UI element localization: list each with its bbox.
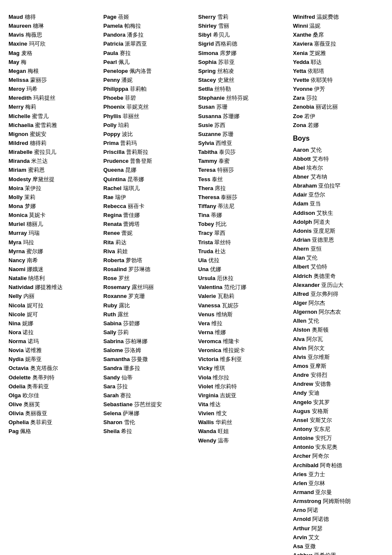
name-chinese: 玛希 <box>26 86 37 92</box>
list-item: Miranda 米兰达 <box>9 157 99 165</box>
list-item: Winni 温妮 <box>293 22 384 30</box>
name-english: Vita <box>198 401 210 408</box>
name-chinese: 穗丽儿 <box>26 221 43 227</box>
list-item: Molly 茉莉 <box>9 193 99 202</box>
name-chinese: 娜娥迷 <box>27 266 43 272</box>
name-english: Arlen <box>293 480 309 486</box>
name-english: Xaviera <box>293 40 314 47</box>
name-chinese: 珀莉 <box>118 122 129 128</box>
name-english: Riva <box>104 248 117 254</box>
list-item: Myra 玛拉 <box>9 238 99 247</box>
name-chinese: 亚希伯恩 <box>314 552 336 555</box>
name-chinese: 莉达 <box>115 239 127 246</box>
name-english: Philipppa <box>104 86 130 92</box>
name-chinese: 亚当 <box>310 200 321 207</box>
list-item: Ursula 厄休拉 <box>198 274 289 283</box>
name-english: Octavia <box>9 365 30 371</box>
list-item: Mignon 蜜妮安 <box>9 130 99 139</box>
name-english: Alexander <box>293 282 321 288</box>
list-item: Armstrong 阿姆斯特朗 <box>293 497 384 506</box>
name-english: Queena <box>104 167 125 173</box>
name-chinese: 安东尼 <box>314 426 330 432</box>
name-chinese: 依耶芙特 <box>311 77 333 83</box>
name-english: Wendy <box>198 437 218 444</box>
list-item: Valerie 瓦勒莉 <box>198 292 289 301</box>
name-english: Tina <box>198 212 211 218</box>
column-1: Maud 穗得Maureen 穗琳Mavis 梅薇思Maxine 玛可欣Mag … <box>9 13 99 555</box>
list-item: Tracy 翠西 <box>198 229 289 237</box>
name-chinese: 蕾佳娜 <box>123 212 140 218</box>
list-item: Una 优娜 <box>198 265 289 274</box>
name-english: Antonio <box>293 444 316 450</box>
list-item: Victoria 维多利亚 <box>198 355 289 364</box>
name-chinese: 瑞琪儿 <box>123 185 140 191</box>
name-chinese: 妮可拉 <box>27 302 43 309</box>
name-english: Patricia <box>104 40 125 47</box>
name-chinese: 蕾姆塔 <box>123 221 140 227</box>
name-english: Arno <box>293 507 308 513</box>
name-english: Ophelia <box>9 419 30 425</box>
list-item: Tobey 托比 <box>198 220 289 228</box>
name-english: Archer <box>293 453 313 459</box>
name-chinese: 萝勃塔 <box>126 257 142 263</box>
name-english: Mildred <box>9 140 30 146</box>
name-chinese: 昆娜 <box>125 167 136 173</box>
name-chinese: 苏珊娜 <box>223 113 239 119</box>
name-english: Adonis <box>293 228 314 234</box>
list-item: Alvis 亚尔维斯 <box>293 353 384 361</box>
list-item: Sabina 莎碧娜 <box>104 319 194 328</box>
name-english: Odelia <box>9 383 27 390</box>
name-english: Roberta <box>104 257 126 263</box>
list-item: Tina 蒂娜 <box>198 211 289 220</box>
list-item: Michaelia 蜜雪莉雅 <box>9 121 99 130</box>
name-english: Susie <box>198 122 214 128</box>
name-chinese: 安德鲁 <box>315 381 331 387</box>
list-item: Poppy 波比 <box>104 130 194 139</box>
list-item: Yvette 依耶芙特 <box>293 76 384 84</box>
list-item: Penny 潘妮 <box>104 76 194 84</box>
name-chinese: 艾狄生 <box>317 210 333 216</box>
name-chinese: 丽蓓卡 <box>128 203 144 209</box>
name-english: Priscilla <box>104 149 126 155</box>
name-chinese: 艾伦 <box>306 254 317 261</box>
list-item: Myrna 蜜尔娜 <box>9 247 99 256</box>
list-item: Novia 诺维雅 <box>9 346 99 355</box>
name-english: Tabitha <box>198 149 219 155</box>
name-chinese: 穗琳 <box>33 23 44 29</box>
list-item: Nora 诺拉 <box>9 328 99 337</box>
name-english: Rosalind <box>104 266 129 272</box>
name-chinese: 赛拉 <box>120 392 131 399</box>
name-chinese: 塞薇亚拉 <box>314 40 336 47</box>
list-item: Selena 萨琳娜 <box>104 409 194 418</box>
list-item: Viola 维尔拉 <box>198 373 289 382</box>
name-english: Pag <box>9 428 20 434</box>
name-chinese: 玛可欣 <box>29 40 46 47</box>
name-chinese: 蒂法尼 <box>218 203 234 209</box>
name-english: Amos <box>293 363 310 369</box>
name-chinese: 梅薇思 <box>26 32 42 38</box>
name-chinese: 阿诺 <box>307 507 318 513</box>
name-chinese: 佩格 <box>20 428 31 434</box>
list-item: Antony 安东尼 <box>293 425 384 434</box>
name-chinese: 莎拉 <box>306 95 317 101</box>
name-english: Mona <box>9 203 25 209</box>
name-chinese: 罗丝 <box>118 275 130 281</box>
name-chinese: 茉伊拉 <box>25 185 41 191</box>
list-item: Nina 妮娜 <box>9 319 99 328</box>
name-english: Mavis <box>9 32 26 38</box>
name-english: Mirabelle <box>9 149 34 155</box>
name-english: Angelo <box>293 399 314 405</box>
name-chinese: 莎芭丝提安 <box>134 401 162 408</box>
list-item: Wendy 温蒂 <box>198 436 289 445</box>
list-item: Andy 安迪 <box>293 389 384 397</box>
name-english: Una <box>198 266 210 272</box>
name-english: Poppy <box>104 131 122 137</box>
name-chinese: 莎莉 <box>118 329 129 335</box>
list-item: Xanthe 桑席 <box>293 31 384 39</box>
name-english: Antoine <box>293 435 315 441</box>
list-item: Moira 茉伊拉 <box>9 184 99 193</box>
list-item: Odelette 奥蒂列特 <box>9 373 99 382</box>
list-item: Queena 昆娜 <box>104 166 194 174</box>
name-chinese: 维娜 <box>215 329 226 335</box>
name-english: Olivia <box>9 410 25 416</box>
